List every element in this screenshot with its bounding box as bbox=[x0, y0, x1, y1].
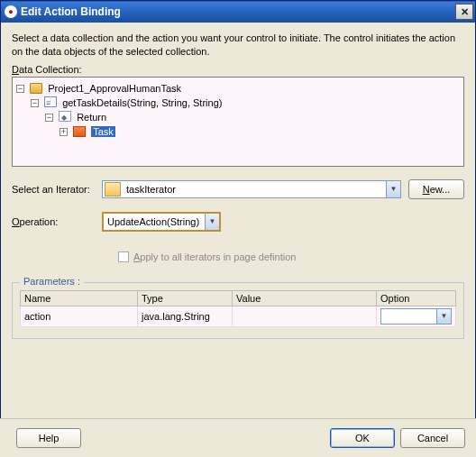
new-iterator-button[interactable]: New... bbox=[408, 179, 464, 199]
tree-node-root[interactable]: − Project1_ApprovalHumanTask − getTaskDe… bbox=[16, 81, 462, 139]
parameters-table: Name Type Value Option action java.lang.… bbox=[20, 290, 456, 327]
chevron-down-icon[interactable] bbox=[386, 181, 400, 197]
task-icon bbox=[73, 126, 86, 137]
return-icon bbox=[59, 111, 71, 122]
data-collection-tree[interactable]: − Project1_ApprovalHumanTask − getTaskDe… bbox=[12, 77, 464, 167]
operation-label: Operation: bbox=[12, 216, 102, 227]
folder-icon bbox=[30, 83, 42, 94]
dialog-footer: Help OK Cancel bbox=[0, 418, 476, 457]
iterator-value: taskIterator bbox=[123, 184, 386, 195]
tree-node-label: Project1_ApprovalHumanTask bbox=[48, 83, 181, 94]
cell-value[interactable] bbox=[233, 306, 377, 326]
tree-node-return[interactable]: − Return + Task bbox=[45, 110, 462, 139]
close-button[interactable]: ✕ bbox=[455, 4, 473, 20]
ok-button[interactable]: OK bbox=[330, 428, 395, 448]
col-type[interactable]: Type bbox=[138, 290, 233, 306]
iterator-combo[interactable]: taskIterator bbox=[102, 180, 401, 198]
iterator-label: Select an Iterator: bbox=[12, 184, 102, 195]
cell-name: action bbox=[21, 306, 138, 326]
collapse-icon[interactable]: − bbox=[31, 99, 39, 107]
table-row[interactable]: action java.lang.String bbox=[21, 306, 456, 326]
cancel-button[interactable]: Cancel bbox=[400, 428, 465, 448]
app-icon: ● bbox=[5, 5, 17, 18]
col-option[interactable]: Option bbox=[377, 290, 456, 306]
chevron-down-icon[interactable] bbox=[205, 214, 219, 230]
dialog-description: Select a data collection and the action … bbox=[12, 32, 464, 59]
title-bar: ● Edit Action Binding ✕ bbox=[1, 1, 475, 23]
tree-node-label: getTaskDetails(String, String, String) bbox=[62, 97, 222, 108]
chevron-down-icon[interactable] bbox=[436, 309, 451, 324]
method-icon bbox=[44, 96, 57, 107]
operation-value: UpdateAction(String) bbox=[104, 216, 205, 227]
col-name[interactable]: Name bbox=[21, 290, 138, 306]
tree-node-label-selected: Task bbox=[91, 126, 115, 137]
collapse-icon[interactable]: − bbox=[16, 85, 24, 93]
apply-all-row: Apply to all iterators in page defintion… bbox=[118, 251, 464, 262]
parameters-legend: Parameters : bbox=[20, 276, 84, 287]
cell-option[interactable] bbox=[377, 306, 456, 326]
help-button[interactable]: Help bbox=[16, 428, 81, 448]
tree-node-method[interactable]: − getTaskDetails(String, String, String)… bbox=[31, 96, 462, 139]
collapse-icon[interactable]: − bbox=[45, 114, 53, 122]
expand-icon[interactable]: + bbox=[60, 128, 68, 136]
parameters-fieldset: Parameters : Name Type Value Option acti… bbox=[12, 282, 464, 339]
col-value[interactable]: Value bbox=[233, 290, 377, 306]
iterator-icon bbox=[105, 182, 121, 197]
tree-node-label: Return bbox=[77, 112, 106, 123]
tree-node-task[interactable]: + Task bbox=[60, 124, 462, 139]
operation-combo[interactable]: UpdateAction(String) bbox=[102, 212, 221, 232]
apply-all-checkbox[interactable] bbox=[118, 251, 129, 262]
option-combo[interactable] bbox=[380, 308, 452, 324]
window-title: Edit Action Binding bbox=[21, 5, 121, 18]
cell-type: java.lang.String bbox=[138, 306, 233, 326]
